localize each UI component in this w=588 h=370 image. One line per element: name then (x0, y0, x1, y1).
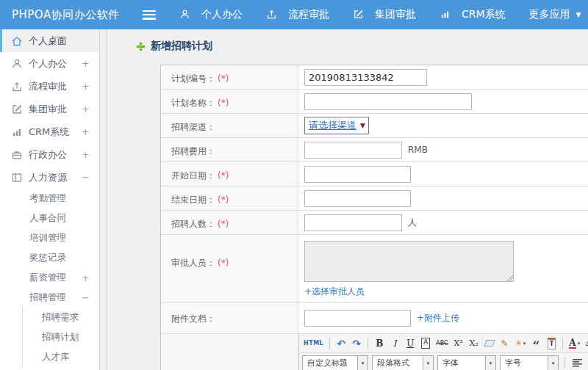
subscript-button[interactable]: X₂ (467, 336, 481, 350)
paste-as-text-button[interactable]: T (545, 336, 558, 350)
topnav-personal-office[interactable]: 个人办公 (179, 8, 243, 21)
sidebar-item-personal-desktop[interactable]: 个人桌面 (0, 29, 99, 52)
expand-toggle[interactable]: + (82, 104, 90, 115)
select-approvers-link[interactable]: +选择审批人员 (304, 286, 365, 298)
sidebar-item-attendance[interactable]: 考勤管理 (0, 189, 99, 208)
sidebar-item-personal-office[interactable]: 个人办公 + (0, 52, 99, 75)
plan-number-input[interactable] (304, 69, 427, 86)
approvers-textarea[interactable] (304, 241, 514, 282)
sidebar-item-recruit-plan[interactable]: 招聘计划 (23, 327, 99, 347)
sidebar-item-label: 行政办公 (29, 148, 67, 162)
headcount-input[interactable] (304, 214, 402, 231)
process-approval-icon (266, 9, 278, 21)
topnav-group-approval[interactable]: 集团审批 (353, 8, 416, 21)
topnav-crm[interactable]: CRM系统 (440, 8, 506, 21)
font-family-combo[interactable]: 字体 ▾ (437, 355, 496, 370)
form-row-start-date: 开始日期：(*) (161, 162, 588, 186)
blockquote-button[interactable]: “ (529, 334, 542, 353)
field-label: 招聘费用： (171, 146, 215, 156)
sidebar-item-label: 个人办公 (29, 57, 67, 70)
bar-chart-icon (11, 126, 23, 138)
user-icon (11, 58, 23, 70)
align-left-icon (573, 359, 583, 367)
sidebar-item-admin-office[interactable]: 行政办公 + (0, 143, 99, 166)
form-row-end-date: 结束日期：(*) (161, 186, 588, 211)
sidebar-item-training[interactable]: 培训管理 (0, 228, 99, 248)
font-color-button[interactable]: A▾ (567, 336, 581, 350)
currency-suffix: RMB (408, 145, 428, 155)
end-date-input[interactable] (304, 190, 411, 207)
html-source-button[interactable]: HTML (302, 336, 325, 350)
undo-button[interactable]: ↶ (334, 336, 348, 350)
remove-format-button[interactable] (483, 336, 496, 350)
required-mark: (*) (218, 73, 229, 84)
underline-button[interactable]: U (404, 336, 417, 350)
expand-toggle[interactable]: + (82, 58, 90, 69)
page-title: 新增招聘计划 (137, 40, 212, 53)
book-icon (11, 172, 23, 184)
highlight-color-button[interactable]: ab✎▾ (584, 336, 588, 350)
upload-attachment-link[interactable]: +附件上传 (417, 312, 459, 324)
cost-input[interactable] (304, 142, 402, 159)
sidebar-item-hr-contract[interactable]: 人事合同 (0, 208, 99, 228)
caret-down-icon: ▾ (485, 356, 495, 370)
sidebar-item-process-approval[interactable]: 流程审批 + (0, 75, 99, 98)
sidebar-item-group-approval[interactable]: 集团审批 + (0, 98, 99, 120)
menu-icon[interactable] (143, 10, 156, 20)
topnav-label: 流程审批 (288, 8, 329, 21)
clipboard-t-icon: T (548, 338, 556, 349)
expand-toggle[interactable]: + (82, 272, 90, 283)
sidebar-item-crm[interactable]: CRM系统 + (0, 120, 99, 143)
sidebar-item-salary[interactable]: 薪资管理 + (0, 268, 99, 288)
start-date-input[interactable] (304, 166, 411, 183)
align-left-button[interactable] (571, 356, 584, 370)
custom-title-combo[interactable]: 自定义标题 ▾ (302, 355, 368, 370)
sidebar-item-label: 流程审批 (29, 80, 67, 93)
superscript-button[interactable]: X² (452, 336, 465, 350)
topnav-label: 个人办公 (201, 8, 243, 21)
font-size-combo[interactable]: 字号 ▾ (500, 355, 559, 370)
expand-toggle[interactable]: + (82, 149, 90, 160)
italic-button[interactable]: I (388, 336, 401, 350)
field-label: 招聘人数： (171, 219, 215, 229)
caret-down-icon: ▾ (423, 356, 433, 370)
emoticon-button[interactable]: ✳▾ (514, 336, 528, 350)
home-icon (11, 35, 23, 47)
edit-icon (353, 9, 365, 21)
redo-button[interactable]: ↷ (350, 336, 363, 350)
sidebar-item-recruit-mgmt[interactable]: 招聘管理 − (0, 288, 99, 308)
sidebar-item-talent-pool[interactable]: 人才库 (23, 347, 99, 367)
topnav-more-apps[interactable]: 更多应用 ▼ (529, 8, 581, 21)
sidebar-item-label: 人力资源 (29, 171, 67, 184)
field-label: 开始日期： (171, 170, 215, 181)
topnav-process-approval[interactable]: 流程审批 (266, 8, 329, 21)
plan-name-input[interactable] (304, 93, 472, 110)
sidebar-item-label: CRM系统 (29, 126, 69, 139)
font-style-button[interactable]: A (419, 336, 432, 350)
form-row-channel: 招聘渠道： 请选择渠道 ▼ (161, 114, 588, 138)
channel-select[interactable]: 请选择渠道 ▼ (304, 117, 369, 134)
form-row-approvers: 审批人员：(*) +选择审批人员 (161, 235, 588, 303)
attachment-input[interactable] (304, 310, 411, 327)
expand-toggle[interactable]: + (82, 126, 90, 137)
rich-text-editor: HTML ↶ ↷ B I U A ABC X² X₂ ✎ (298, 334, 588, 370)
bar-chart-icon (440, 9, 451, 21)
process-approval-icon (11, 81, 23, 92)
sidebar-scrollbar[interactable] (99, 29, 107, 370)
sidebar-item-recruit-demand[interactable]: 招聘需求 (23, 308, 99, 327)
expand-toggle[interactable]: + (82, 81, 90, 92)
form-row-plan-number: 计划编号：(*) (161, 65, 588, 90)
field-label: 计划编号： (171, 73, 215, 84)
sidebar-item-label: 集团审批 (29, 103, 67, 116)
format-brush-button[interactable]: ✎ (498, 336, 512, 350)
sidebar-item-hr[interactable]: 人力资源 − (0, 166, 99, 189)
caret-down-icon: ▼ (360, 122, 365, 129)
sidebar-item-label: 个人桌面 (29, 35, 67, 48)
strikethrough-button[interactable]: ABC (434, 336, 449, 350)
collapse-toggle[interactable]: − (82, 292, 90, 303)
sidebar-item-rewards[interactable]: 奖惩记录 (0, 248, 99, 268)
bold-button[interactable]: B (373, 336, 386, 350)
collapse-toggle[interactable]: − (82, 172, 90, 183)
form-row-headcount: 招聘人数：(*) 人 (161, 211, 588, 235)
paragraph-format-combo[interactable]: 段落格式 ▾ (372, 355, 434, 370)
